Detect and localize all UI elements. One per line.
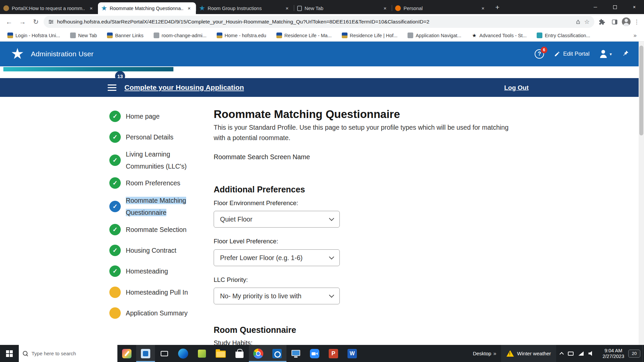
- bookmark-item[interactable]: Application Navigat...: [408, 33, 461, 38]
- floor-environment-select[interactable]: Quiet Floor: [214, 211, 340, 228]
- reload-button[interactable]: ↻: [30, 16, 42, 27]
- back-button[interactable]: ←: [3, 16, 15, 27]
- pin-icon[interactable]: [622, 50, 629, 58]
- extensions-icon[interactable]: [596, 16, 607, 27]
- word-icon[interactable]: W: [343, 345, 362, 362]
- tab-close-icon[interactable]: ×: [382, 5, 388, 12]
- powerpoint-icon[interactable]: P: [324, 345, 343, 362]
- help-icon[interactable]: ?6: [535, 49, 544, 59]
- app-window-icon[interactable]: [136, 345, 155, 362]
- new-tab-button[interactable]: +: [492, 2, 503, 13]
- edge-icon[interactable]: [174, 345, 193, 362]
- share-icon[interactable]: [575, 19, 581, 25]
- action-center-icon[interactable]: 20: [628, 350, 640, 358]
- bookmark-item[interactable]: Login - Hofstra Uni...: [7, 33, 60, 38]
- system-tray: [556, 351, 598, 356]
- check-icon: ✓: [109, 245, 121, 256]
- check-icon: ✓: [109, 224, 121, 235]
- scrollbar-track[interactable]: [639, 42, 644, 345]
- bookmarks-overflow-icon[interactable]: »: [634, 32, 637, 39]
- stepper-label: Roommate Selection: [126, 226, 186, 233]
- menu-icon[interactable]: [108, 84, 116, 91]
- bookmark-item[interactable]: Residence Life | Hof...: [342, 33, 397, 38]
- profile-avatar[interactable]: [622, 17, 631, 26]
- housing-application-link[interactable]: Complete your Housing Application: [124, 83, 244, 92]
- stepper-item-roommate-matching[interactable]: ✓Roommate Matching Questionnaire: [109, 201, 202, 212]
- bookmark-favicon: [408, 33, 413, 38]
- scrollbar-thumb[interactable]: [639, 46, 643, 135]
- stepper-item-roommate-selection[interactable]: ✓Roommate Selection: [109, 224, 202, 235]
- taskbar-search[interactable]: Type here to search: [19, 345, 117, 362]
- floor-level-select[interactable]: Prefer Lower Floor (e.g. 1-6): [214, 249, 340, 266]
- bookmark-item[interactable]: room-change-admi...: [154, 33, 207, 38]
- stepper-item-housing-contract[interactable]: ✓Housing Contract: [109, 245, 202, 256]
- zoom-icon[interactable]: [305, 345, 324, 362]
- desktop-toolbar[interactable]: Desktop: [468, 351, 493, 356]
- bookmark-item[interactable]: Home - hofstra.edu: [217, 33, 266, 38]
- clock-date: 2/27/2023: [602, 354, 624, 359]
- bookmark-star-icon[interactable]: ☆: [584, 18, 590, 25]
- microsoft-store-icon[interactable]: [230, 345, 249, 362]
- snip-sketch-icon[interactable]: [117, 345, 136, 362]
- browser-tab-3[interactable]: Room Group Instructions ×: [196, 2, 294, 14]
- stepper-item-homesteading-pull-in[interactable]: ✓Homesteading Pull In: [109, 287, 202, 298]
- pinned-app-icon[interactable]: [193, 345, 211, 362]
- clock-time: 9:04 AM: [602, 348, 624, 354]
- edit-portal-button[interactable]: Edit Portal: [554, 51, 589, 57]
- browser-tab-5[interactable]: Personal ×: [392, 2, 490, 14]
- stepper-item-application-summary[interactable]: ✓Application Summary: [109, 307, 202, 319]
- check-icon: ✓: [109, 131, 121, 143]
- file-explorer-icon[interactable]: [211, 345, 230, 362]
- stepper-label: Homesteading Pull In: [126, 289, 188, 296]
- browser-toolbar: ← → ↻ hofhousing.hofstra.edu/StarRezPort…: [0, 14, 644, 29]
- tray-expand-icon[interactable]: [560, 352, 564, 356]
- task-view-icon[interactable]: [155, 345, 174, 362]
- stepper-item-home-page[interactable]: ✓Home page: [109, 111, 202, 122]
- show-desktop-button[interactable]: [642, 345, 644, 362]
- bookmark-item[interactable]: Entry Classification...: [537, 33, 590, 38]
- browser-tab-1[interactable]: PortalX:How to request a roomm... ×: [0, 2, 98, 14]
- side-panel-icon[interactable]: [609, 16, 620, 27]
- tab-title: PortalX:How to request a roomm...: [12, 6, 85, 11]
- forward-button[interactable]: →: [17, 16, 28, 27]
- browser-tab-strip: PortalX:How to request a roomm... × Room…: [0, 0, 644, 14]
- logout-link[interactable]: Log Out: [504, 84, 529, 92]
- display-tray-icon[interactable]: [568, 352, 574, 356]
- toolbar-expand-icon[interactable]: »: [493, 351, 501, 357]
- llc-priority-select[interactable]: No- My priority is to live with: [214, 288, 340, 304]
- site-info-icon[interactable]: [48, 19, 54, 24]
- bookmark-item[interactable]: New Tab: [70, 33, 97, 38]
- stepper-item-personal-details[interactable]: ✓Personal Details: [109, 131, 202, 143]
- window-close-button[interactable]: ×: [625, 0, 644, 14]
- window-maximize-button[interactable]: [605, 0, 625, 14]
- bookmark-item[interactable]: Banner Links: [107, 33, 144, 38]
- weather-alert-icon: [506, 350, 514, 357]
- browser-tab-4[interactable]: New Tab ×: [294, 2, 392, 14]
- tab-close-icon[interactable]: ×: [480, 5, 486, 12]
- tab-close-icon[interactable]: ×: [284, 5, 290, 12]
- bookmark-item[interactable]: Residence Life - Ma...: [276, 33, 332, 38]
- start-button[interactable]: [0, 345, 19, 362]
- tab-title: Room Group Instructions: [208, 6, 281, 11]
- chrome-icon[interactable]: [249, 345, 268, 362]
- tab-close-icon[interactable]: ×: [88, 5, 95, 12]
- weather-widget[interactable]: Winter weather: [501, 345, 556, 362]
- browser-menu-icon[interactable]: ⋮: [633, 18, 641, 25]
- taskbar-clock[interactable]: 9:04 AM 2/27/2023: [598, 348, 628, 359]
- bookmark-item[interactable]: ★Advanced Tools - St...: [471, 33, 527, 38]
- outlook-icon[interactable]: [268, 345, 286, 362]
- stepper-item-room-preferences[interactable]: ✓Room Preferences: [109, 177, 202, 189]
- maximize-icon: [613, 5, 617, 9]
- browser-tab-2-active[interactable]: Roommate Matching Questionna... ×: [98, 2, 196, 14]
- user-menu[interactable]: ▾: [599, 50, 612, 58]
- tab-close-icon[interactable]: ×: [186, 5, 193, 12]
- bookmark-label: Residence Life | Hof...: [350, 33, 397, 38]
- bookmark-favicon: [70, 33, 76, 38]
- volume-tray-icon[interactable]: [588, 351, 594, 356]
- network-tray-icon[interactable]: [578, 351, 584, 356]
- remote-desktop-icon[interactable]: [286, 345, 305, 362]
- stepper-item-homesteading[interactable]: ✓Homesteading: [109, 265, 202, 277]
- address-bar[interactable]: hofhousing.hofstra.edu/StarRezPortalX/4E…: [44, 16, 594, 28]
- window-minimize-button[interactable]: ─: [586, 0, 605, 14]
- stepper-item-llc[interactable]: ✓Living Learning Communities (LLC's): [109, 155, 202, 166]
